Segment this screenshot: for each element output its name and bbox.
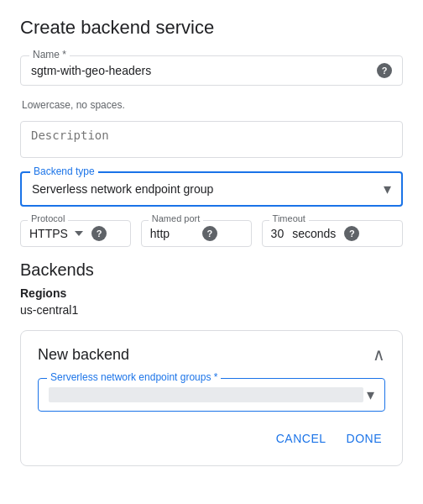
serverless-neg-chevron-icon: ▾ — [367, 386, 374, 404]
serverless-neg-field-group: Serverless network endpoint groups * ▾ — [38, 378, 385, 412]
protocol-field-group: Protocol HTTPS HTTP HTTP2 ? — [20, 220, 131, 247]
backend-type-label: Backend type — [30, 165, 98, 177]
protocol-chevron-icon — [75, 231, 83, 236]
backend-type-select[interactable]: Serverless network endpoint group Instan… — [32, 182, 380, 196]
backends-title: Backends — [20, 260, 403, 280]
page-title: Create backend service — [20, 17, 403, 39]
named-port-label: Named port — [149, 213, 203, 223]
protocol-label: Protocol — [28, 213, 68, 223]
collapse-icon[interactable]: ∧ — [373, 344, 385, 365]
protocol-help-icon[interactable]: ? — [91, 226, 107, 241]
regions-value: us-central1 — [20, 303, 403, 317]
serverless-neg-label: Serverless network endpoint groups * — [47, 371, 221, 383]
backend-type-chevron-icon: ▾ — [384, 180, 391, 198]
cancel-button[interactable]: CANCEL — [273, 425, 330, 452]
description-field-group — [20, 121, 403, 158]
name-field-group: Name * ? — [20, 55, 403, 86]
timeout-help-icon[interactable]: ? — [344, 226, 359, 241]
name-help-icon[interactable]: ? — [377, 63, 392, 78]
regions-label: Regions — [20, 286, 403, 300]
name-field-label: Name * — [29, 49, 70, 60]
backend-type-field-group: Backend type Serverless network endpoint… — [20, 171, 403, 207]
new-backend-title: New backend — [38, 346, 129, 364]
timeout-label: Timeout — [269, 213, 309, 223]
protocol-select[interactable]: HTTPS HTTP HTTP2 — [29, 227, 68, 240]
new-backend-card: New backend ∧ Serverless network endpoin… — [20, 330, 403, 466]
named-port-input[interactable] — [150, 227, 192, 240]
card-actions: CANCEL DONE — [38, 425, 385, 452]
backends-section: Backends Regions us-central1 New backend… — [20, 260, 403, 466]
named-port-help-icon[interactable]: ? — [202, 226, 217, 241]
timeout-value: 30 — [271, 227, 285, 240]
named-port-field-group: Named port ? — [141, 220, 252, 247]
new-backend-header: New backend ∧ — [38, 344, 385, 365]
protocol-port-timeout-row: Protocol HTTPS HTTP HTTP2 ? Named port ?… — [20, 220, 403, 247]
description-input[interactable] — [31, 129, 392, 165]
serverless-neg-placeholder — [49, 387, 363, 402]
timeout-unit: seconds — [292, 227, 336, 240]
name-input[interactable] — [31, 64, 370, 77]
timeout-field-group: Timeout 30 seconds ? — [262, 220, 403, 247]
name-hint: Lowercase, no spaces. — [20, 99, 403, 111]
done-button[interactable]: DONE — [343, 425, 385, 452]
